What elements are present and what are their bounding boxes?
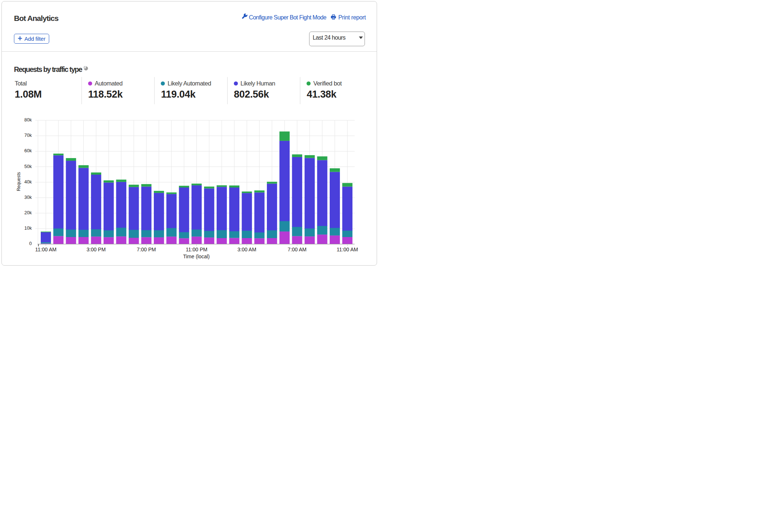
svg-text:0: 0 bbox=[29, 241, 32, 246]
svg-text:11:00 PM: 11:00 PM bbox=[186, 247, 207, 252]
svg-text:11:00 AM: 11:00 AM bbox=[337, 247, 358, 252]
svg-text:40k: 40k bbox=[24, 179, 32, 185]
svg-text:10k: 10k bbox=[24, 226, 32, 231]
svg-text:Time (local): Time (local) bbox=[183, 254, 210, 259]
svg-text:3:00 PM: 3:00 PM bbox=[87, 247, 106, 252]
svg-text:7:00 PM: 7:00 PM bbox=[137, 247, 156, 252]
svg-text:80k: 80k bbox=[24, 117, 32, 123]
svg-text:3:00 AM: 3:00 AM bbox=[238, 247, 256, 252]
svg-text:50k: 50k bbox=[24, 164, 32, 169]
svg-text:Requests: Requests bbox=[16, 172, 21, 191]
svg-text:20k: 20k bbox=[24, 210, 32, 215]
svg-text:60k: 60k bbox=[24, 148, 32, 153]
svg-text:70k: 70k bbox=[24, 133, 32, 138]
svg-text:11:00 AM: 11:00 AM bbox=[35, 247, 57, 252]
svg-text:30k: 30k bbox=[24, 195, 32, 200]
svg-text:7:00 AM: 7:00 AM bbox=[288, 247, 307, 252]
